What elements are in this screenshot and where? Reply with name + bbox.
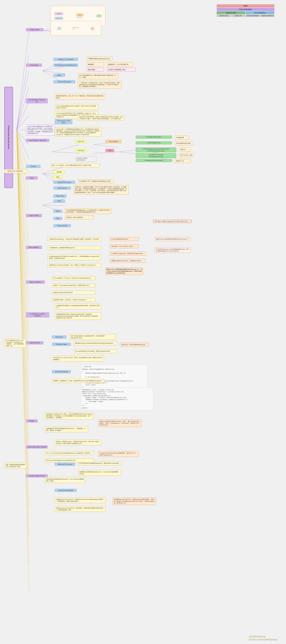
node-with-drawrect: With -drawRect: — [26, 246, 42, 249]
node-pixel-alignment: Pixel Alignment and Misalignment — [53, 64, 78, 67]
text-image-reuse: 像素重用 — [87, 62, 104, 66]
watermark: @walkingwayweibo.com/walkingway — [249, 635, 277, 641]
opengl-core-row: OpenGL (ES) Core Graphics — [217, 11, 275, 14]
node-uigraphics-begin: UIGraphicsBeginImageContextWithOptions( … — [136, 148, 176, 152]
hw-quartz: Quartz 2D — [231, 14, 246, 17]
node-cpu-gpu-bound: CPU bound vs. GPU bound — [55, 119, 72, 124]
text-png-desc: 无损压缩，和JPEG使用常用 — [65, 216, 94, 220]
text-to-drawrect-1: 大多数情况可以通过各个UIView框架免去地实践 在进的，但没有起来了更灵活了。 — [55, 304, 101, 309]
text-drawrect-3: 在View的drawRect方法中使用Core Graphics方法， 只有高质… — [48, 254, 101, 260]
hw-graphics2: Graphics Hardware — [260, 14, 275, 17]
text-cglayer-deprecated: CGLayer no longer recommended — [75, 156, 97, 162]
node-cgimage-create: CGImageContextCreate( ) — [136, 136, 172, 138]
svg-line-3 — [17, 87, 29, 130]
hw-opengl: OpenGL (ES) — [217, 14, 231, 17]
core-animation-bar: Core Animation — [217, 8, 275, 11]
node-picking-format: Picking a format — [53, 224, 71, 227]
node-default-pixel-layouts: Default Pixel Layouts — [53, 181, 75, 184]
node-uigraphics-highlight: UIGraphicsBeginImageContextWithOptions( … — [153, 220, 192, 223]
svg-line-11 — [17, 130, 29, 217]
node-core-graphics-right: Core Graphics — [105, 140, 121, 143]
svg-line-33 — [52, 152, 79, 153]
text-concurrent-desc: 是相同的，在创建给每一个Image，然后把它的current context结果… — [52, 379, 104, 383]
text-stacking-store: 装载在context上检查是检测合理绑定到stacking store上了 — [155, 237, 191, 241]
text-without-drawrect-1: 这个View效对到一个CALayer，你不会有CALayer的backing s… — [52, 276, 95, 280]
node-without-drawrect: Without -drawRect: — [26, 280, 45, 284]
text-imageview-no-diff: 使用到UIImageView没有没有不同 — [52, 291, 95, 294]
node-pixels: Pixels — [26, 176, 37, 180]
text-core-animation-backing2: 则为Core Animation来backing store的backing s… — [45, 458, 94, 462]
node-layers-custom: Layers with Custom Drawing — [26, 446, 48, 448]
text-uikit-current-context: UIKit会持上下文（current context）会往到，每次使用的cont… — [52, 356, 104, 362]
node-calayer-odds: CALayer Odds and Ends — [26, 474, 48, 478]
node-uigraphics-push: UIGraphicsPushContext( )UIGraphicsPopCon… — [136, 153, 176, 158]
text-layer-backing-store: 1.Layer合并提供backing store — [110, 237, 139, 241]
vram-ram-diagram: VRAM memory bus ⟷ RAM — [50, 21, 101, 36]
node-rgb: RGB — [53, 176, 62, 179]
text-transparent-check: 不透明对设置layer的Opaque为YES — [87, 57, 113, 60]
svg-line-30 — [43, 71, 65, 74]
node-compositing: Compositing — [26, 64, 42, 67]
main-container: UIKit Core Animation OpenGL (ES) Core Gr… — [0, 0, 286, 644]
text-async-right: 如果设置Asynchronous为YES，那的drawContext绑定的绘制，… — [113, 498, 156, 505]
connection-lines — [0, 0, 286, 644]
svg-line-35 — [94, 144, 118, 148]
text-resizable-desc: 将两端的UIImage resizableImageWithCapInsets的… — [74, 341, 117, 345]
node-aprgb: APRGB — [53, 171, 65, 174]
hardware-row: OpenGL (ES) Quartz 2D Graphics Hardware … — [217, 14, 275, 17]
svg-line-12 — [17, 130, 29, 246]
node-resizable-images: Resizable Images — [52, 343, 71, 346]
text-cpu-less: 像素重对齐，CPU只需少量工作 — [107, 62, 133, 66]
text-resizable-desc2: 在CALayer的backing store的控制，改变到 images#res… — [74, 349, 117, 353]
core-graphics-bar: Core Graphics — [246, 11, 275, 14]
text-calayer-draws: CALayer为了drawAsynchronous绘制的结果， 还的了的上下文，… — [98, 451, 139, 457]
node-cg-quartz: Core Graphics / Quartz 2D — [26, 139, 49, 142]
node-graphics-stack: Graphics Stack — [26, 28, 43, 31]
text-async-desc1: 如果设置Asynchronous为YES，则你的drawAsynchronous… — [55, 498, 105, 503]
text-offscreen-desc: 一个层可以是一个纹理渲染mask，还是一个高grade的纹理渲染，需要要用到of… — [78, 81, 121, 88]
text-transparent-context: 你也可以在一个完全在透明的context上做 — [120, 343, 149, 347]
node-uigraphics-current: UIGraphicsGetCurrentContext( ) — [136, 159, 172, 162]
text-solid-colors-desc: 另外一般化会首先在CPU渲染到高分辨率，你可以直接使用setBackground… — [69, 334, 116, 340]
node-jpeg: JPEG — [53, 210, 62, 213]
text-open-path: 开始在创建的位置上绘制 — [175, 142, 194, 145]
node-cgcontext-begin: CGContextBeginPath( ) — [136, 142, 172, 144]
text-quartz-desc: Quartz 2D是一个功能组帧绘制实的接图大为API，因为他操作的API是比较… — [55, 127, 101, 136]
text-manual-create: 手动创建位图 — [175, 136, 189, 140]
svg-line-18 — [17, 130, 29, 420]
text-core-graphics-context: 2.提供当前一个Core Graphics context — [110, 244, 139, 248]
text-uigraphics-get-current: 2.调用UIGraphicsGetCurrent（）来获取这个context — [110, 259, 146, 263]
text-calayer-drawcontext: 后面CALayer是是了绘制drawContext， 还在了，通过了drawCo… — [98, 420, 142, 427]
text-gpu-expensive: GPU不需要做额外计算，需要从源缓冲存储多个像素混合成，用到一个像素 — [78, 74, 118, 79]
text-shape-end: 还是这种layer层还更多等backing store，Core Animati… — [45, 477, 85, 483]
svg-line-0 — [17, 30, 29, 130]
svg-line-36 — [94, 152, 118, 153]
uikit-bar: UIKit — [217, 4, 275, 8]
text-shape-text-desc2: 还是图形layer层是更多等backing store，Core Animati… — [78, 470, 121, 476]
text-image-split: 像素不覆盖 — [87, 68, 104, 72]
code-block-1: // 这是次分解 UIImage *renderInImageOfSize:(C… — [81, 364, 147, 389]
text-gpu-cpu-desc: 每GPU和CPU都不够可能，造成CPU的消耗是以运行到CPU渲染结果，你才可有很… — [78, 115, 124, 120]
text-calayer-desc: 每当设置CALayer的contents（内容），就为为与图层提供从到与Core… — [45, 412, 94, 420]
text-only-imageview: 但这两种方式相比，仅仅作活一个image#5 UIImageView — [52, 298, 95, 302]
hw-graphics1: Graphics Hardware — [246, 14, 260, 17]
node-image-formats: Image Formats — [26, 214, 42, 217]
text-cglayer-desc: 描述一个上下文向量，UIKit方法通常是帮我们实现上下文到这个对象 — [50, 164, 100, 167]
text-calayer-gpu: 设置像素参考对应到到应用数据渲染可以对GPU上， 完整的整合，位图为，像素在, … — [45, 427, 88, 432]
code-block-2: UIImageView *view; // assume we have thi… — [81, 388, 153, 410]
text-backing-layer-desc: 对于渲染共享stacking store的区域被其他的content，所以之前被… — [155, 247, 191, 253]
node-planar-data: Planar Data — [53, 194, 66, 198]
text-drawrect-4: 直接使用Core Graphics方法在到有，另外，再通过上下文被有Core G… — [48, 263, 101, 267]
text-core-anim-desc: 重绘需要渲染到Over（帧）的一个位一个像的位置，同时相互交错在渲染帧到基础底层… — [55, 94, 105, 100]
node-shape-text: Shape and Text Layers — [55, 463, 75, 466]
text-drawrect-1: 1.使用到setNeedsDisplay，UIKit会在这个通道监测上监视图，此… — [48, 237, 101, 241]
text-drawrect-2: 2.清洗是的渲染，使用到显示图的display方法 — [48, 246, 101, 250]
opengl-bar: OpenGL (ES) — [217, 11, 246, 14]
node-to-drawrect: To -drawRect: or Not to -drawRect: — [26, 312, 49, 317]
node-ycbcr: YCbCr — [53, 200, 65, 202]
svg-line-15 — [17, 130, 29, 333]
text-core-animation-blocking: 另为，Core Animation允许Over(层)起的blocking sto… — [45, 451, 94, 455]
svg-line-13 — [17, 130, 29, 275]
text-get-current: 随时能上下文 — [175, 159, 191, 163]
node-core-animation-opengl: Core Animation & OpenGL ES — [26, 98, 48, 103]
